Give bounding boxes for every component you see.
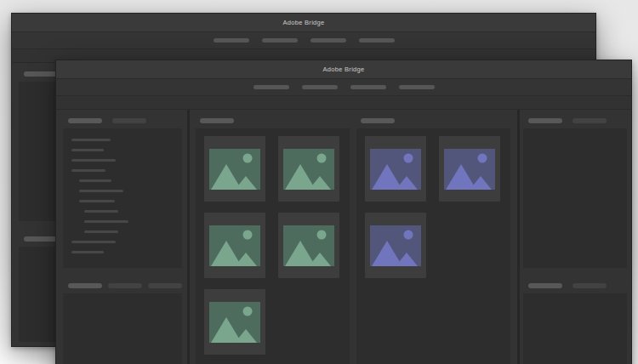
panel-tab-placeholder[interactable] [68,118,102,123]
folder-tree-item-placeholder[interactable] [71,159,116,162]
panel-tab-placeholder[interactable] [68,283,102,288]
right-sidebar-tabs [523,118,627,123]
toolbar [12,32,595,49]
sun-shape [404,230,413,239]
toolbar-button-placeholder[interactable] [214,38,249,43]
thumbnail-card[interactable] [365,213,426,278]
toolbar-button-placeholder[interactable] [359,38,395,43]
image-placeholder-icon [209,225,260,266]
sun-shape [478,153,487,162]
window-title: Adobe Bridge [322,65,364,73]
sun-shape [243,230,253,239]
group-tab-row [196,118,350,123]
folder-tree-item-placeholder[interactable] [84,230,118,233]
sun-shape [243,306,253,316]
folder-tree-item-placeholder[interactable] [84,220,128,223]
title-bar[interactable]: Adobe Bridge [56,60,631,79]
sun-shape [317,153,327,162]
thumbnail-card[interactable] [278,213,339,278]
toolbar-button-placeholder[interactable] [302,85,338,89]
thumbnail-card[interactable] [278,136,339,202]
sun-shape [317,230,327,239]
panel-tab-placeholder[interactable] [24,71,58,77]
image-placeholder-icon [283,149,334,190]
right-sidebar-bottom-tabs [523,283,627,288]
image-placeholder-icon [444,149,495,190]
thumbnail-card[interactable] [204,136,265,202]
window-title: Adobe Bridge [282,19,324,26]
folder-tree-item-placeholder[interactable] [71,251,104,253]
panel-tab-placeholder[interactable] [112,118,146,123]
panel-tab-placeholder[interactable] [24,236,58,242]
folder-tree-item-placeholder[interactable] [84,210,118,213]
image-placeholder-icon [209,302,260,343]
panel-tab-placeholder[interactable] [108,283,142,288]
sun-shape [243,153,253,162]
toolbar-button-placeholder[interactable] [253,85,289,89]
sun-shape [404,153,413,162]
toolbar-button-placeholder[interactable] [399,85,435,89]
folder-tree-item-placeholder[interactable] [79,179,111,182]
folder-tree-item-placeholder[interactable] [71,241,116,243]
thumbnail-card[interactable] [204,213,265,278]
image-placeholder-icon [370,225,421,266]
filter-panel [63,293,182,364]
folders-panel [63,128,182,268]
folder-tree-item-placeholder[interactable] [71,139,111,141]
image-placeholder-icon [370,149,421,190]
image-placeholder-icon [209,149,260,190]
group-green-collection [196,110,350,364]
group-tab-row [356,118,510,123]
green-collection-panel [196,128,350,364]
path-bar [56,96,631,110]
folder-tree-item-placeholder[interactable] [79,200,115,202]
thumbnail-card[interactable] [365,136,426,202]
toolbar-button-placeholder[interactable] [310,38,346,43]
thumbnail-grid [204,136,341,355]
toolbar-button-placeholder[interactable] [350,85,386,89]
toolbar [56,79,631,96]
left-sidebar-tabs [63,118,182,123]
folder-tree-item-placeholder[interactable] [71,149,104,151]
preview-panel [523,128,627,268]
panel-tab-placeholder[interactable] [361,118,395,123]
metadata-panel [523,293,627,364]
thumbnail-groups [190,110,517,364]
title-bar[interactable]: Adobe Bridge [12,14,595,32]
panel-tab-placeholder[interactable] [572,118,607,123]
bridge-window-front: Adobe Bridge [55,60,632,364]
left-sidebar-bottom-tabs [63,283,182,288]
panel-tab-placeholder[interactable] [528,283,562,288]
purple-collection-panel [356,128,510,364]
thumbnail-card[interactable] [439,136,500,202]
thumbnail-grid [365,136,502,278]
toolbar-button-placeholder[interactable] [262,38,298,43]
image-placeholder-icon [283,225,334,266]
panel-tab-placeholder[interactable] [200,118,234,123]
folder-tree-item-placeholder[interactable] [79,190,123,192]
left-sidebar [56,110,187,364]
folder-tree-item-placeholder[interactable] [71,169,105,172]
content-area [56,110,631,364]
group-purple-collection [356,110,510,364]
right-sidebar [520,110,631,364]
desktop-background: Adobe Bridge Adobe Bridge [0,0,638,364]
panel-tab-placeholder[interactable] [148,283,182,288]
panel-tab-placeholder[interactable] [528,118,562,123]
thumbnail-card[interactable] [204,289,265,355]
panel-tab-placeholder[interactable] [572,283,607,288]
